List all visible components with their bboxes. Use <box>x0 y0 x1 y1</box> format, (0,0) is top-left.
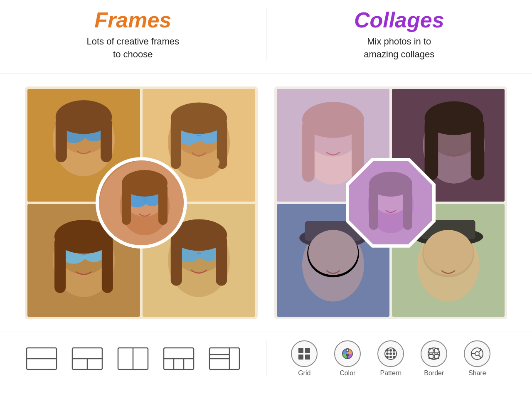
svg-point-106 <box>386 352 389 355</box>
border-tool[interactable]: Border <box>421 340 447 377</box>
collages-tools: Grid Color <box>275 340 507 377</box>
svg-rect-28 <box>54 236 66 293</box>
frames-subtitle: Lots of creative framesto choose <box>86 35 179 61</box>
toolbar-divider <box>266 340 266 377</box>
grid-label: Grid <box>298 369 310 377</box>
collages-display[interactable] <box>274 86 507 319</box>
collages-octagon-overlay <box>349 161 432 244</box>
bottom-toolbar: Grid Color <box>0 332 532 385</box>
svg-point-120 <box>475 352 479 356</box>
svg-point-99 <box>346 349 349 352</box>
svg-rect-47 <box>158 183 167 225</box>
frames-header-section: Frames Lots of creative framesto choose <box>0 4 266 65</box>
border-label: Border <box>424 369 444 377</box>
header: Frames Lots of creative framesto choose … <box>0 0 532 74</box>
svg-point-109 <box>386 356 389 358</box>
collages-title: Collages <box>354 8 444 32</box>
svg-rect-101 <box>347 356 348 359</box>
svg-point-110 <box>389 356 392 358</box>
svg-point-72 <box>424 230 473 275</box>
grid-tool[interactable]: Grid <box>291 340 318 377</box>
svg-rect-38 <box>216 235 227 286</box>
svg-rect-96 <box>298 355 303 360</box>
svg-rect-59 <box>425 118 438 180</box>
svg-rect-94 <box>298 348 303 353</box>
color-tool[interactable]: Color <box>334 340 361 377</box>
collages-header-section: Collages Mix photos in toamazing collage… <box>266 4 532 65</box>
grid-icon-circle <box>291 340 318 367</box>
collages-subtitle: Mix photos in toamazing collages <box>364 35 434 61</box>
svg-rect-10 <box>101 117 112 162</box>
svg-point-108 <box>393 352 395 355</box>
share-icon-circle <box>464 340 490 367</box>
pattern-tool[interactable]: Pattern <box>377 340 404 377</box>
svg-rect-60 <box>471 118 485 180</box>
svg-rect-77 <box>369 184 378 230</box>
svg-point-105 <box>393 349 395 352</box>
frames-tools <box>25 346 258 371</box>
svg-point-107 <box>389 352 392 355</box>
frames-collage-display[interactable] <box>25 86 258 319</box>
color-icon-circle <box>334 340 361 367</box>
svg-rect-53 <box>302 120 315 182</box>
frame-layout-3[interactable] <box>116 346 150 371</box>
border-icon-circle <box>421 340 447 367</box>
pattern-label: Pattern <box>380 369 401 377</box>
svg-point-66 <box>308 230 358 275</box>
svg-rect-78 <box>403 184 412 230</box>
frame-layout-2[interactable] <box>71 346 104 371</box>
main-content <box>0 74 532 332</box>
color-label: Color <box>340 369 355 377</box>
svg-rect-97 <box>305 355 310 360</box>
share-tool[interactable]: Share <box>464 340 490 377</box>
svg-rect-100 <box>346 354 349 356</box>
svg-rect-9 <box>56 117 67 162</box>
frame-layout-1[interactable] <box>25 346 58 371</box>
svg-point-103 <box>386 349 389 352</box>
frames-circle-overlay <box>96 157 187 249</box>
svg-rect-29 <box>102 236 113 293</box>
svg-rect-37 <box>171 235 182 286</box>
pattern-icon-circle <box>377 340 404 367</box>
svg-point-104 <box>389 349 392 352</box>
frame-layout-4[interactable] <box>162 346 195 371</box>
frame-layout-5[interactable] <box>208 346 241 371</box>
share-label: Share <box>468 369 486 377</box>
svg-rect-95 <box>305 348 310 353</box>
frames-title: Frames <box>94 8 171 32</box>
svg-rect-18 <box>171 118 181 169</box>
svg-rect-46 <box>122 183 131 225</box>
svg-point-111 <box>393 356 395 358</box>
